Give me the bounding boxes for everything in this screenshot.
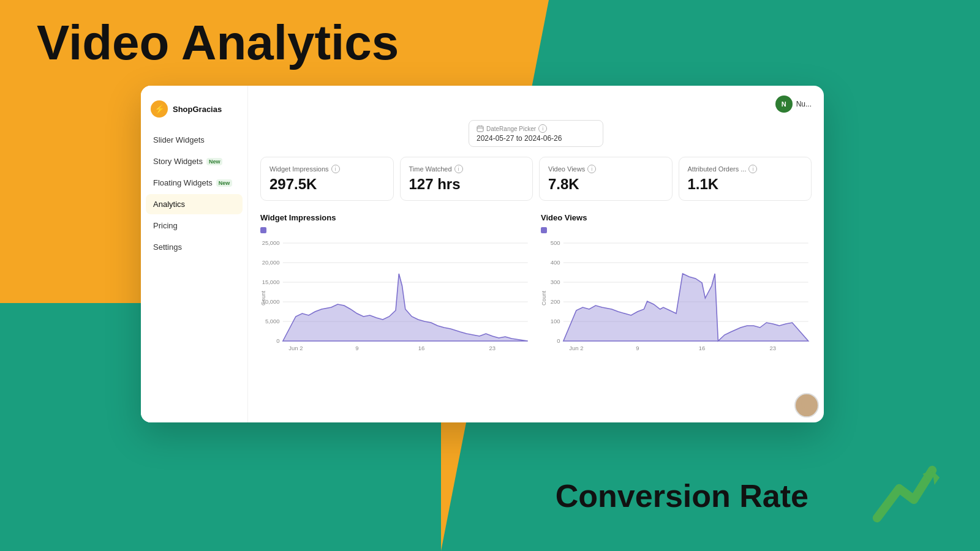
sidebar-label-settings: Settings — [153, 242, 182, 252]
svg-point-40 — [801, 397, 812, 408]
sidebar: ⚡ ShopGracias Slider Widgets Story Widge… — [141, 86, 248, 422]
stat-card-time: Time Watched i 127 hrs — [400, 157, 533, 201]
stat-card-orders: Attributed Orders ... i 1.1K — [679, 157, 812, 201]
badge-new-story: New — [206, 158, 223, 165]
svg-text:Count: Count — [260, 291, 266, 305]
calendar-icon — [477, 125, 484, 132]
legend-dot-impressions — [260, 227, 266, 233]
legend-dot-views — [541, 227, 547, 233]
stat-value-orders: 1.1K — [688, 176, 803, 193]
date-picker-info-icon[interactable]: i — [538, 124, 547, 133]
header: N Nu... — [260, 96, 812, 113]
stat-label-impressions: Widget Impressions i — [270, 165, 385, 173]
chart-legend-views — [541, 227, 812, 233]
svg-text:100: 100 — [551, 318, 560, 324]
svg-text:25,000: 25,000 — [262, 240, 280, 246]
chart-title-impressions: Widget Impressions — [260, 213, 531, 222]
stat-value-time: 127 hrs — [409, 176, 524, 193]
stats-row: Widget Impressions i 297.5K Time Watched… — [260, 157, 812, 201]
sidebar-nav: Slider Widgets Story Widgets New Floatin… — [141, 130, 247, 257]
svg-text:9: 9 — [355, 345, 358, 351]
date-picker-section: DateRange Picker i 2024-05-27 to 2024-06… — [260, 120, 812, 147]
user-avatar: N — [775, 96, 793, 113]
stat-card-views: Video Views i 7.8K — [539, 157, 673, 201]
sidebar-logo: ⚡ ShopGracias — [141, 96, 247, 130]
stat-value-views: 7.8K — [548, 176, 663, 193]
chart-widget-impressions: Widget Impressions 25,000 — [260, 213, 531, 365]
svg-text:200: 200 — [551, 299, 560, 305]
chart-legend-impressions — [260, 227, 531, 233]
sidebar-item-slider-widgets[interactable]: Slider Widgets — [146, 130, 243, 150]
time-info-icon[interactable]: i — [454, 165, 463, 173]
svg-text:9: 9 — [636, 345, 639, 351]
svg-text:15,000: 15,000 — [262, 279, 280, 285]
sidebar-label-slider-widgets: Slider Widgets — [153, 135, 205, 144]
svg-text:500: 500 — [551, 240, 560, 246]
chart-svg-impressions: 25,000 20,000 15,000 10,000 5,000 0 Coun… — [260, 237, 531, 365]
page-title: Video Analytics — [37, 18, 399, 67]
main-content: N Nu... DateRange Picker i 2024-05-27 to… — [248, 86, 824, 422]
badge-new-floating: New — [216, 179, 233, 187]
bottom-avatar — [794, 393, 819, 418]
svg-point-41 — [799, 408, 814, 416]
chart-area-impressions: 25,000 20,000 15,000 10,000 5,000 0 Coun… — [260, 237, 531, 365]
sidebar-label-analytics: Analytics — [153, 200, 185, 209]
stat-label-orders: Attributed Orders ... i — [688, 165, 803, 173]
impressions-info-icon[interactable]: i — [331, 165, 340, 173]
app-window: ⚡ ShopGracias Slider Widgets Story Widge… — [141, 86, 824, 422]
svg-rect-2 — [477, 126, 483, 132]
svg-text:Jun 2: Jun 2 — [288, 345, 303, 351]
date-picker-value: 2024-05-27 to 2024-06-26 — [477, 134, 595, 143]
stat-value-impressions: 297.5K — [270, 176, 385, 193]
svg-text:0: 0 — [276, 338, 279, 344]
chart-video-views: Video Views 500 400 — [541, 213, 812, 365]
sidebar-item-settings[interactable]: Settings — [146, 237, 243, 257]
sidebar-item-pricing[interactable]: Pricing — [146, 216, 243, 236]
svg-text:Jun 2: Jun 2 — [569, 345, 583, 351]
svg-text:Count: Count — [541, 291, 547, 305]
svg-text:400: 400 — [551, 260, 560, 266]
user-name: Nu... — [796, 100, 812, 108]
chart-title-views: Video Views — [541, 213, 812, 222]
svg-text:5,000: 5,000 — [265, 318, 280, 324]
charts-row: Widget Impressions 25,000 — [260, 213, 812, 365]
sidebar-label-story-widgets: Story Widgets — [153, 157, 203, 166]
stat-label-views: Video Views i — [548, 165, 663, 173]
svg-text:16: 16 — [418, 345, 425, 351]
arrow-up-icon — [870, 459, 943, 533]
stat-card-impressions: Widget Impressions i 297.5K — [260, 157, 394, 201]
sidebar-item-floating-widgets[interactable]: Floating Widgets New — [146, 173, 243, 193]
sidebar-item-story-widgets[interactable]: Story Widgets New — [146, 151, 243, 171]
sidebar-item-analytics[interactable]: Analytics — [146, 194, 243, 214]
sidebar-label-floating-widgets: Floating Widgets — [153, 178, 213, 187]
sidebar-label-pricing: Pricing — [153, 221, 178, 230]
chart-area-views: 500 400 300 200 100 0 Count Jun 2 9 16 — [541, 237, 812, 365]
svg-text:0: 0 — [557, 338, 560, 344]
date-picker-box[interactable]: DateRange Picker i 2024-05-27 to 2024-06… — [469, 120, 603, 147]
svg-text:23: 23 — [770, 345, 777, 351]
logo-icon: ⚡ — [151, 100, 168, 118]
svg-text:16: 16 — [699, 345, 706, 351]
conversion-rate-text: Conversion Rate — [556, 478, 809, 514]
orders-info-icon[interactable]: i — [748, 165, 757, 173]
views-info-icon[interactable]: i — [587, 165, 596, 173]
svg-text:300: 300 — [551, 279, 560, 285]
chart-svg-views: 500 400 300 200 100 0 Count Jun 2 9 16 — [541, 237, 812, 365]
svg-text:23: 23 — [489, 345, 496, 351]
date-picker-label: DateRange Picker i — [477, 124, 595, 133]
svg-text:20,000: 20,000 — [262, 260, 280, 266]
stat-label-time: Time Watched i — [409, 165, 524, 173]
logo-text: ShopGracias — [173, 105, 222, 114]
